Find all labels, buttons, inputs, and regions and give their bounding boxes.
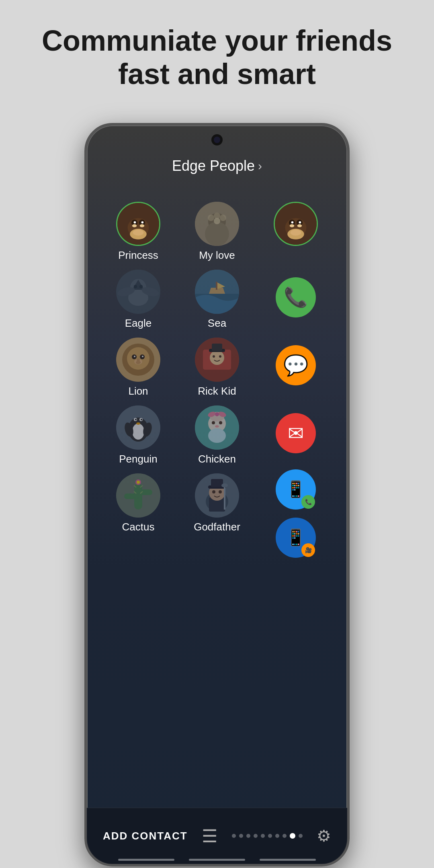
contact-princess-main[interactable] (256, 198, 335, 266)
svg-point-76 (215, 425, 219, 428)
contact-sea[interactable]: Sea (178, 266, 256, 334)
power-button[interactable] (348, 266, 350, 306)
video-meet-button[interactable]: 📱 🎥 (276, 518, 316, 558)
volume-down-button[interactable] (84, 282, 86, 314)
svg-point-63 (135, 419, 137, 420)
svg-point-59 (132, 424, 144, 440)
svg-point-95 (219, 490, 222, 493)
chevron-right-icon: › (258, 159, 262, 173)
svg-point-12 (205, 222, 229, 246)
svg-point-73 (215, 412, 219, 416)
contact-label-godfather: Godfather (194, 521, 240, 533)
svg-point-45 (134, 356, 135, 357)
dot-1 (232, 834, 236, 838)
svg-point-15 (220, 215, 226, 221)
nav-line-right (260, 859, 316, 861)
svg-point-32 (139, 285, 143, 288)
dot-10 (299, 834, 303, 838)
action-col-row4: 📱 📞 📱 🎥 (256, 469, 335, 562)
contact-mylove[interactable]: My love (178, 198, 256, 266)
contact-princess[interactable]: Princess (99, 198, 178, 266)
video-call-button[interactable]: 📱 📞 (276, 469, 316, 510)
call-button[interactable]: 📞 (276, 277, 316, 317)
svg-point-5 (134, 221, 136, 223)
contact-label-cactus: Cactus (122, 521, 155, 533)
dot-4 (254, 834, 258, 838)
contact-label-mylove: My love (199, 249, 235, 262)
svg-point-49 (137, 358, 140, 362)
contact-label-rickykid: Rick Kid (198, 385, 236, 397)
svg-point-46 (142, 356, 143, 357)
phone-badge-icon: 📞 (301, 495, 315, 509)
svg-point-65 (136, 422, 140, 425)
message-icon: 💬 (283, 354, 308, 377)
svg-point-22 (291, 221, 294, 223)
phone-frame: Edge People › (84, 123, 350, 866)
svg-point-74 (212, 421, 215, 424)
contact-lion[interactable]: Lion (99, 334, 178, 401)
svg-rect-93 (211, 479, 223, 487)
contact-cactus[interactable]: Cactus (99, 469, 178, 562)
svg-rect-54 (212, 344, 222, 351)
action-col-row3: ✉ (256, 401, 335, 469)
contact-eagle[interactable]: Eagle (99, 266, 178, 334)
email-button[interactable]: ✉ (276, 413, 316, 453)
dot-5 (261, 834, 265, 838)
svg-point-94 (212, 490, 215, 493)
page-title: Communiate your friends fast and smart (18, 24, 416, 91)
video-meet-icon: 📱 (286, 528, 306, 547)
message-button[interactable]: 💬 (276, 345, 316, 385)
edge-people-header[interactable]: Edge People › (172, 158, 262, 174)
edge-people-title: Edge People (172, 158, 255, 174)
nav-bar (87, 859, 347, 861)
dot-8 (283, 834, 287, 838)
svg-point-6 (141, 221, 144, 223)
action-col-row1: 📞 (256, 266, 335, 334)
contact-label-chicken: Chicken (198, 453, 236, 465)
contact-chicken[interactable]: Chicken (178, 401, 256, 469)
contact-godfather[interactable]: Godfather (178, 469, 256, 562)
add-contact-button[interactable]: ADD CONTACT (103, 830, 188, 842)
list-view-icon[interactable]: ☰ (202, 826, 217, 846)
svg-point-64 (141, 419, 142, 420)
svg-point-25 (290, 224, 294, 227)
svg-rect-96 (224, 485, 225, 510)
svg-point-23 (299, 221, 301, 223)
camera-badge-icon: 🎥 (301, 543, 315, 557)
contact-penguin[interactable]: Penguin (99, 401, 178, 469)
email-icon: ✉ (288, 422, 304, 444)
svg-point-56 (219, 355, 221, 358)
svg-point-26 (297, 224, 302, 227)
svg-point-8 (132, 224, 137, 227)
svg-point-16 (214, 218, 220, 224)
settings-icon[interactable]: ⚙ (317, 827, 331, 845)
dot-9 (290, 833, 295, 839)
svg-point-7 (133, 229, 143, 235)
volume-up-button[interactable] (84, 246, 86, 270)
svg-point-75 (219, 421, 222, 424)
contact-label-eagle: Eagle (125, 317, 152, 330)
contact-label-penguin: Penguin (119, 453, 157, 465)
page-dots (232, 833, 303, 839)
svg-point-9 (140, 224, 144, 227)
svg-point-31 (134, 285, 137, 288)
svg-point-24 (291, 229, 301, 235)
contact-label-lion: Lion (128, 385, 148, 397)
svg-point-55 (213, 355, 215, 358)
svg-point-13 (208, 215, 214, 221)
contact-rickykid[interactable]: Rick Kid (178, 334, 256, 401)
svg-point-77 (208, 428, 226, 443)
svg-rect-38 (216, 282, 217, 290)
contact-label-princess: Princess (118, 249, 158, 262)
contact-label-sea: Sea (208, 317, 226, 330)
svg-rect-80 (124, 493, 136, 499)
dot-7 (275, 834, 279, 838)
dot-6 (268, 834, 272, 838)
phone-icon: 📞 (284, 286, 308, 309)
svg-point-97 (221, 483, 228, 487)
video-call-icon: 📱 (286, 480, 306, 499)
contacts-area: Princess My love (87, 190, 347, 808)
svg-point-87 (137, 481, 140, 484)
action-col-row2: 💬 (256, 334, 335, 401)
nav-line-left (118, 859, 174, 861)
